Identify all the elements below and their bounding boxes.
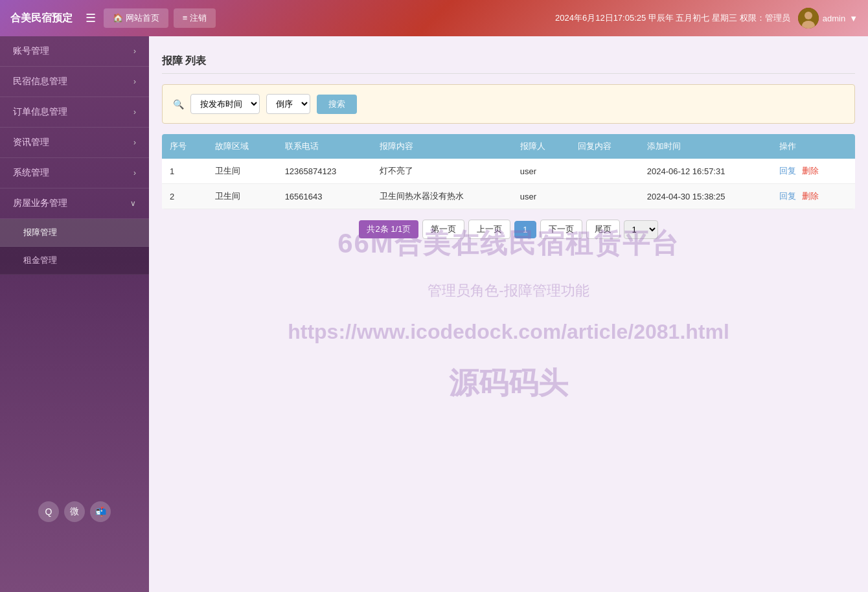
reply-button-1[interactable]: 回复 bbox=[779, 165, 796, 177]
fault-table: 序号 故障区域 联系电话 报障内容 报障人 回复内容 添加时间 操作 1 卫生间… bbox=[162, 134, 855, 209]
sidebar-item-news[interactable]: 资讯管理 › bbox=[0, 128, 149, 158]
sidebar-sub-label: 报障管理 bbox=[23, 227, 57, 237]
sidebar-submenu: 报障管理 租金管理 bbox=[0, 219, 149, 275]
header: 合美民宿预定 ☰ 🏠 网站首页 ≡ 注销 2024年6月12日17:05:25 … bbox=[0, 0, 868, 36]
sidebar-item-label: 民宿信息管理 bbox=[13, 76, 67, 87]
sidebar-item-fault[interactable]: 报障管理 bbox=[0, 219, 149, 247]
delete-button-2[interactable]: 删除 bbox=[802, 190, 819, 202]
search-bar: 🔍 按发布时间 按序号 倒序 正序 搜索 bbox=[162, 84, 855, 124]
page-title: 报障 列表 bbox=[162, 49, 855, 74]
main-content: 66M合美在线民宿租赁平台 管理员角色-报障管理功能 https://www.i… bbox=[149, 36, 868, 592]
datetime-display: 2024年6月12日17:05:25 甲辰年 五月初七 星期三 权限：管理员 bbox=[555, 12, 790, 24]
sidebar-item-label: 系统管理 bbox=[13, 167, 49, 179]
watermark-line3: https://www.icodedock.com/article/2081.h… bbox=[288, 320, 729, 344]
sidebar-watermark: Q 微 📬 bbox=[0, 488, 149, 540]
col-header-area: 故障区域 bbox=[207, 134, 277, 159]
cell-actions: 回复 删除 bbox=[771, 184, 855, 209]
sidebar-icon-row: Q 微 📬 bbox=[13, 501, 136, 522]
col-header-time: 添加时间 bbox=[639, 134, 771, 159]
sidebar-item-label: 订单信息管理 bbox=[13, 106, 67, 118]
cell-reply bbox=[570, 159, 639, 184]
sidebar-item-rent[interactable]: 租金管理 bbox=[0, 247, 149, 275]
sidebar-item-order[interactable]: 订单信息管理 › bbox=[0, 97, 149, 128]
col-header-reporter: 报障人 bbox=[512, 134, 570, 159]
table-row: 1 卫生间 12365874123 灯不亮了 user 2024-06-12 1… bbox=[162, 159, 855, 184]
user-info: admin ▼ bbox=[798, 8, 858, 28]
sidebar-item-house[interactable]: 房屋业务管理 ∨ bbox=[0, 188, 149, 219]
cell-phone: 12365874123 bbox=[277, 159, 372, 184]
watermark-line4: 源码码头 bbox=[449, 363, 568, 404]
page-size-select[interactable]: 1 2 5 10 bbox=[624, 220, 658, 239]
sidebar: 账号管理 › 民宿信息管理 › 订单信息管理 › 资讯管理 › 系统管理 › 房… bbox=[0, 36, 149, 592]
cell-id: 1 bbox=[162, 159, 207, 184]
cell-area: 卫生间 bbox=[207, 184, 277, 209]
sidebar-item-account[interactable]: 账号管理 › bbox=[0, 36, 149, 67]
table-row: 2 卫生间 16561643 卫生间热水器没有热水 user 2024-04-3… bbox=[162, 184, 855, 209]
sidebar-item-label: 房屋业务管理 bbox=[13, 198, 67, 209]
arrow-icon: › bbox=[133, 77, 136, 86]
expand-icon: ∨ bbox=[130, 199, 136, 208]
sidebar-item-label: 资讯管理 bbox=[13, 137, 49, 148]
col-header-phone: 联系电话 bbox=[277, 134, 372, 159]
col-header-reply: 回复内容 bbox=[570, 134, 639, 159]
svg-point-1 bbox=[805, 12, 812, 19]
arrow-icon: › bbox=[133, 138, 136, 147]
table-header-row: 序号 故障区域 联系电话 报障内容 报障人 回复内容 添加时间 操作 bbox=[162, 134, 855, 159]
cell-time: 2024-06-12 16:57:31 bbox=[639, 159, 771, 184]
cell-time: 2024-04-30 15:38:25 bbox=[639, 184, 771, 209]
home-button[interactable]: 🏠 网站首页 bbox=[104, 8, 168, 28]
social-icon-2[interactable]: 微 bbox=[64, 501, 85, 522]
app-logo: 合美民宿预定 bbox=[10, 12, 73, 25]
header-right: 2024年6月12日17:05:25 甲辰年 五月初七 星期三 权限：管理员 a… bbox=[555, 8, 858, 28]
current-page-button[interactable]: 1 bbox=[514, 221, 536, 238]
pagination: 共2条 1/1页 第一页 上一页 1 下一页 尾页 1 2 5 10 bbox=[162, 220, 855, 239]
cell-reply bbox=[570, 184, 639, 209]
header-nav: 🏠 网站首页 ≡ 注销 bbox=[104, 8, 216, 28]
arrow-icon: › bbox=[133, 108, 136, 117]
search-icon: 🔍 bbox=[173, 99, 184, 109]
menu-toggle-button[interactable]: ☰ bbox=[86, 11, 96, 25]
search-button[interactable]: 搜索 bbox=[317, 95, 357, 114]
sidebar-item-minsu[interactable]: 民宿信息管理 › bbox=[0, 67, 149, 97]
sort-select[interactable]: 按发布时间 按序号 bbox=[190, 94, 260, 114]
cell-id: 2 bbox=[162, 184, 207, 209]
delete-button-1[interactable]: 删除 bbox=[802, 165, 819, 177]
logout-button[interactable]: ≡ 注销 bbox=[174, 8, 216, 28]
dropdown-icon[interactable]: ▼ bbox=[849, 14, 858, 23]
col-header-id: 序号 bbox=[162, 134, 207, 159]
cell-reporter: user bbox=[512, 184, 570, 209]
cell-actions: 回复 删除 bbox=[771, 159, 855, 184]
sidebar-item-system[interactable]: 系统管理 › bbox=[0, 158, 149, 188]
arrow-icon: › bbox=[133, 47, 136, 56]
social-icon-1[interactable]: Q bbox=[38, 501, 59, 522]
avatar bbox=[798, 8, 819, 28]
cell-reporter: user bbox=[512, 159, 570, 184]
total-info: 共2条 1/1页 bbox=[359, 220, 418, 238]
col-header-content: 报障内容 bbox=[372, 134, 512, 159]
reply-button-2[interactable]: 回复 bbox=[779, 190, 796, 202]
watermark-line2: 管理员角色-报障管理功能 bbox=[428, 281, 589, 301]
first-page-button[interactable]: 第一页 bbox=[422, 220, 464, 239]
cell-content: 卫生间热水器没有热水 bbox=[372, 184, 512, 209]
header-left: 合美民宿预定 ☰ 🏠 网站首页 ≡ 注销 bbox=[10, 8, 216, 28]
social-icon-3[interactable]: 📬 bbox=[90, 501, 111, 522]
next-page-button[interactable]: 下一页 bbox=[540, 220, 582, 239]
last-page-button[interactable]: 尾页 bbox=[586, 220, 620, 239]
arrow-icon: › bbox=[133, 168, 136, 177]
prev-page-button[interactable]: 上一页 bbox=[468, 220, 510, 239]
col-header-actions: 操作 bbox=[771, 134, 855, 159]
order-select[interactable]: 倒序 正序 bbox=[266, 94, 310, 114]
cell-phone: 16561643 bbox=[277, 184, 372, 209]
admin-name: admin bbox=[823, 14, 845, 23]
sidebar-item-label: 账号管理 bbox=[13, 45, 49, 57]
sidebar-sub-label: 租金管理 bbox=[23, 255, 57, 265]
layout: 账号管理 › 民宿信息管理 › 订单信息管理 › 资讯管理 › 系统管理 › 房… bbox=[0, 36, 868, 592]
cell-content: 灯不亮了 bbox=[372, 159, 512, 184]
cell-area: 卫生间 bbox=[207, 159, 277, 184]
